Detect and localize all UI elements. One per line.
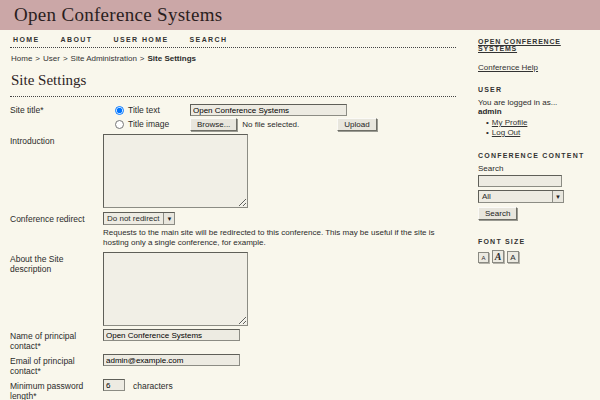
sidebar-log-out-link[interactable]: Log Out: [492, 128, 520, 137]
introduction-label: Introduction: [10, 134, 103, 208]
nav-about[interactable]: ABOUT: [61, 36, 93, 43]
contact-email-label: Email of principal contact*: [10, 354, 103, 376]
sidebar-search-button[interactable]: Search: [478, 207, 517, 220]
conference-redirect-row: Conference redirect Do not redirect ▼: [10, 212, 456, 225]
contact-email-row: Email of principal contact*: [10, 354, 456, 376]
title-image-radio[interactable]: [115, 120, 124, 129]
chevron-down-icon: ▼: [163, 213, 174, 224]
nav-search[interactable]: SEARCH: [190, 36, 228, 43]
introduction-row: Introduction: [10, 134, 456, 208]
sidebar-search-label: Search: [478, 164, 594, 173]
nav-user-home[interactable]: USER HOME: [114, 36, 169, 43]
title-text-radio[interactable]: [115, 106, 124, 115]
conference-redirect-label: Conference redirect: [10, 212, 103, 225]
breadcrumb-current: Site Settings: [148, 54, 196, 63]
top-nav: HOME ABOUT USER HOME SEARCH: [10, 36, 456, 43]
breadcrumb-separator: >: [63, 54, 68, 63]
breadcrumb: Home>User>Site Administration>Site Setti…: [11, 54, 456, 63]
breadcrumb-separator: >: [35, 54, 40, 63]
sidebar-content-heading: CONFERENCE CONTENT: [478, 152, 594, 159]
sidebar-font-size-block: FONT SIZE A A A: [478, 238, 594, 263]
font-size-controls: A A A: [478, 250, 594, 263]
site-title-label: Site title*: [10, 103, 103, 131]
contact-name-row: Name of principal contact*: [10, 329, 456, 351]
sidebar-font-size-heading: FONT SIZE: [478, 238, 594, 245]
about-site-textarea[interactable]: [103, 252, 248, 326]
sidebar-scope-select[interactable]: All ▼: [478, 190, 564, 203]
sidebar-user-links: My Profile Log Out: [486, 118, 594, 138]
contact-name-label: Name of principal contact*: [10, 329, 103, 351]
list-item: Log Out: [486, 128, 594, 138]
divider: [10, 47, 456, 48]
title-image-radio-label: Title image: [128, 119, 190, 129]
min-password-input[interactable]: [103, 379, 125, 391]
title-image-upload-button[interactable]: Upload: [337, 118, 376, 131]
sidebar-conference-help-link[interactable]: Conference Help: [478, 63, 594, 72]
site-title-controls: Title text Title image Browse... No file…: [103, 103, 377, 131]
page-title: Site Settings: [11, 72, 456, 89]
font-size-small-icon[interactable]: A: [478, 252, 489, 263]
sidebar-username: admin: [478, 107, 594, 116]
title-text-radio-label: Title text: [128, 105, 190, 115]
nav-home[interactable]: HOME: [13, 36, 40, 43]
sidebar-search-input[interactable]: [478, 175, 562, 187]
conference-redirect-select[interactable]: Do not redirect ▼: [103, 212, 175, 225]
sidebar-scope-value: All: [479, 191, 552, 202]
header-band: Open Conference Systems: [0, 0, 600, 30]
site-title-row: Site title* Title text Title image Brows…: [10, 103, 456, 131]
chevron-down-icon: ▼: [552, 191, 563, 202]
breadcrumb-site-admin[interactable]: Site Administration: [71, 54, 137, 63]
about-site-row: About the Site description: [10, 252, 456, 326]
main-column: HOME ABOUT USER HOME SEARCH Home>User>Si…: [10, 36, 456, 400]
breadcrumb-separator: >: [140, 54, 145, 63]
contact-name-input[interactable]: [103, 329, 240, 341]
breadcrumb-user[interactable]: User: [43, 54, 60, 63]
list-item: My Profile: [486, 118, 594, 128]
ocs-site-settings-page: { "header": { "title": "Open Conference …: [0, 0, 600, 400]
sidebar: OPEN CONFERENCE SYSTEMS Conference Help …: [478, 38, 594, 277]
site-title-input[interactable]: [190, 104, 347, 116]
breadcrumb-home[interactable]: Home: [11, 54, 32, 63]
font-size-large-icon[interactable]: A: [507, 251, 519, 263]
min-password-label: Minimum password length*: [10, 379, 103, 400]
conference-redirect-help: Requests to the main site will be redire…: [103, 228, 455, 248]
divider: [10, 96, 456, 97]
sidebar-user-block: USER You are logged in as... admin My Pr…: [478, 86, 594, 138]
introduction-textarea[interactable]: [103, 134, 248, 208]
about-site-label: About the Site description: [10, 252, 103, 326]
sidebar-my-profile-link[interactable]: My Profile: [492, 118, 528, 127]
sidebar-user-heading: USER: [478, 86, 594, 93]
contact-email-input[interactable]: [103, 354, 240, 366]
sidebar-content-block: CONFERENCE CONTENT Search All ▼ Search: [478, 152, 594, 220]
title-image-browse-button[interactable]: Browse...: [190, 118, 237, 131]
font-size-default-icon[interactable]: A: [492, 250, 504, 263]
min-password-row: Minimum password length* characters: [10, 379, 456, 400]
site-title-heading: Open Conference Systems: [14, 4, 222, 26]
title-image-file-status: No file selected.: [242, 120, 299, 129]
sidebar-logged-in-text: You are logged in as...: [478, 98, 594, 107]
conference-redirect-value: Do not redirect: [104, 213, 163, 224]
title-text-option-row: Title text: [103, 103, 377, 117]
sidebar-ocs-link[interactable]: OPEN CONFERENCE SYSTEMS: [478, 38, 594, 52]
site-settings-form: Site title* Title text Title image Brows…: [10, 103, 456, 400]
title-image-option-row: Title image Browse... No file selected. …: [103, 117, 377, 131]
min-password-suffix: characters: [125, 379, 173, 400]
